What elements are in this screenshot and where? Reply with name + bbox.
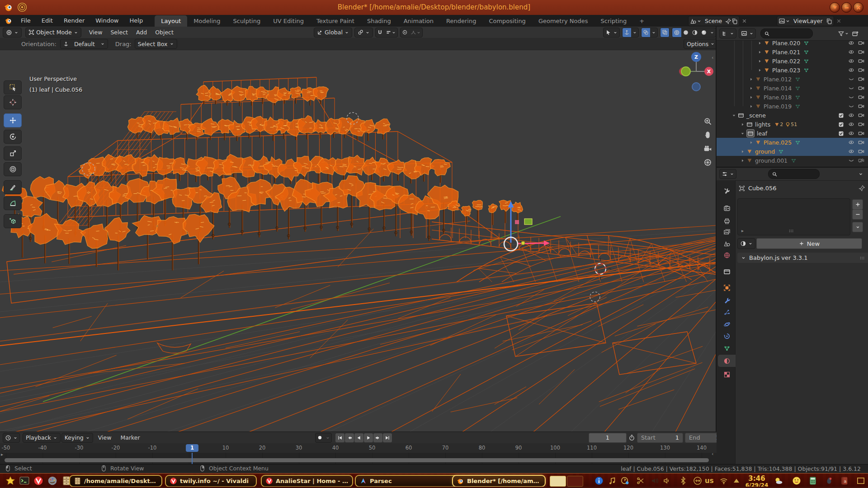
expand-arrow-icon[interactable]	[749, 86, 754, 91]
expand-arrow-icon[interactable]	[740, 158, 745, 163]
snap-magnet-icon[interactable]	[376, 28, 384, 37]
outliner-row-Plane.019[interactable]: Plane.019	[717, 102, 868, 111]
overlays-icon[interactable]	[642, 28, 650, 37]
object-name[interactable]: Plane.022	[772, 58, 800, 65]
record-icon[interactable]	[316, 433, 324, 442]
viewport-menu-add[interactable]: Add	[132, 27, 151, 38]
tray-scissors-icon[interactable]	[636, 476, 645, 485]
minimize-button[interactable]	[841, 2, 852, 13]
tool-rotate[interactable]	[4, 130, 22, 144]
timeline-menu-view[interactable]: View	[94, 432, 116, 443]
expand-arrow-icon[interactable]	[740, 122, 745, 127]
taskbar-window-2[interactable]: twily.info ~/ - Vivaldi	[165, 475, 257, 487]
clock[interactable]: 3:46 6/29/24	[741, 475, 773, 488]
menu-render[interactable]: Render	[58, 15, 90, 27]
tray-volume-dark-icon[interactable]	[651, 476, 660, 485]
tray-calculator-icon[interactable]	[808, 476, 817, 485]
scene-name[interactable]: Scene	[702, 18, 725, 24]
tray-music-icon[interactable]	[608, 476, 617, 485]
tray-keyboard-icon[interactable]: us	[705, 477, 714, 485]
ortho-toggle-icon[interactable]	[703, 158, 712, 167]
object-name[interactable]: ground	[755, 148, 775, 155]
xray-icon[interactable]	[660, 28, 669, 37]
camera-enabled-icon[interactable]	[858, 103, 864, 109]
tray-wifi-icon[interactable]	[719, 476, 728, 485]
orientation-value-dropdown[interactable]: Default	[60, 39, 108, 49]
properties-tab-object-data[interactable]	[718, 342, 736, 354]
properties-tab-tool[interactable]	[718, 185, 736, 197]
eye-closed-icon[interactable]	[848, 157, 854, 164]
taskbar-window-1[interactable]: /home/amalie/Desktop/...	[69, 475, 162, 487]
outliner-search[interactable]	[760, 28, 813, 38]
proportional-icon[interactable]	[401, 28, 409, 37]
object-name[interactable]: Plane.014	[764, 85, 792, 92]
shading-material-icon[interactable]	[690, 28, 699, 37]
eye-closed-icon[interactable]	[848, 85, 854, 91]
tray-dictionary-icon[interactable]: a	[840, 476, 849, 485]
expand-arrow-icon[interactable]	[749, 95, 754, 100]
grip-icon[interactable]	[859, 255, 866, 261]
auto-key-toggle[interactable]	[315, 433, 332, 443]
outliner-row-Plane.012[interactable]: Plane.012	[717, 75, 868, 84]
tray-speaker-icon[interactable]	[662, 476, 671, 485]
outliner-row-_scene[interactable]: _scene	[717, 111, 868, 120]
breadcrumb-object[interactable]: Cube.056	[748, 185, 777, 192]
navigation-gizmo[interactable]: Z X	[676, 52, 716, 93]
tray-weather-icon[interactable]	[774, 476, 783, 485]
properties-tab-render[interactable]	[718, 202, 736, 214]
tray-ink-icon[interactable]	[825, 476, 834, 485]
properties-tab-world[interactable]	[718, 249, 736, 261]
timeline-menu-playback[interactable]: Playback	[23, 433, 61, 443]
snap-target-icon[interactable]	[384, 28, 397, 37]
exclude-checkbox[interactable]	[838, 122, 844, 127]
exclude-checkbox[interactable]	[838, 131, 844, 136]
object-name[interactable]: Plane.012	[764, 76, 792, 83]
properties-tab-modifiers[interactable]	[718, 294, 736, 306]
new-collection-button[interactable]	[852, 30, 859, 37]
camera-enabled-icon[interactable]	[858, 121, 864, 127]
properties-tab-texture[interactable]	[718, 368, 736, 380]
expand-arrow-icon[interactable]	[757, 59, 762, 64]
gizmo-toggle[interactable]	[622, 28, 639, 38]
outliner-row-Plane.018[interactable]: Plane.018	[717, 93, 868, 102]
eye-open-icon[interactable]	[848, 121, 854, 127]
object-name[interactable]: Plane.025	[764, 139, 792, 146]
expand-arrow-icon[interactable]	[740, 149, 745, 154]
eye-open-icon[interactable]	[848, 139, 854, 145]
exclude-checkbox[interactable]	[838, 113, 844, 118]
properties-tab-scene[interactable]	[718, 237, 736, 249]
editor-type-button[interactable]	[3, 28, 22, 38]
proportional-controls[interactable]	[400, 28, 423, 38]
outliner-filter-mode[interactable]	[739, 28, 756, 38]
expand-arrow-icon[interactable]	[731, 113, 736, 118]
camera-view-icon[interactable]	[703, 145, 712, 153]
tab-sculpting[interactable]: Sculpting	[226, 15, 267, 27]
expand-arrow-icon[interactable]	[740, 131, 745, 136]
viewport-menu-view[interactable]: View	[85, 27, 107, 38]
object-name[interactable]: Plane.019	[764, 103, 792, 110]
slot-specials-button[interactable]	[852, 222, 863, 232]
expand-arrow-icon[interactable]	[749, 104, 754, 109]
close-button[interactable]	[853, 2, 863, 13]
properties-tab-physics[interactable]	[718, 318, 736, 330]
jump-end-button[interactable]	[383, 433, 392, 442]
expand-arrow-icon[interactable]	[749, 140, 754, 145]
chevron-down-icon[interactable]	[631, 28, 638, 37]
tool-annotate[interactable]	[4, 180, 22, 194]
menu-window[interactable]: Window	[90, 15, 124, 27]
outliner-row-leaf[interactable]: leaf	[717, 129, 868, 138]
panel-collapse-arrow[interactable]: ‹	[712, 55, 713, 61]
shading-wireframe-icon[interactable]	[672, 28, 681, 37]
camera-enabled-icon[interactable]	[858, 130, 864, 136]
camera-enabled-icon[interactable]	[858, 49, 864, 55]
workspace-pager-2[interactable]	[567, 476, 583, 487]
visibility-dropdown[interactable]	[603, 28, 620, 38]
tab-rendering[interactable]: Rendering	[440, 15, 482, 27]
tool-add-cube[interactable]	[4, 214, 22, 228]
tray-arrow-up-icon[interactable]	[732, 476, 741, 485]
copy-icon[interactable]	[731, 18, 738, 24]
taskbar-window-5[interactable]: Blender* [/home/amalie...	[452, 475, 546, 487]
tray-sync-icon[interactable]	[620, 476, 629, 485]
eye-closed-icon[interactable]	[848, 94, 854, 100]
pivot-dropdown[interactable]	[354, 28, 373, 38]
